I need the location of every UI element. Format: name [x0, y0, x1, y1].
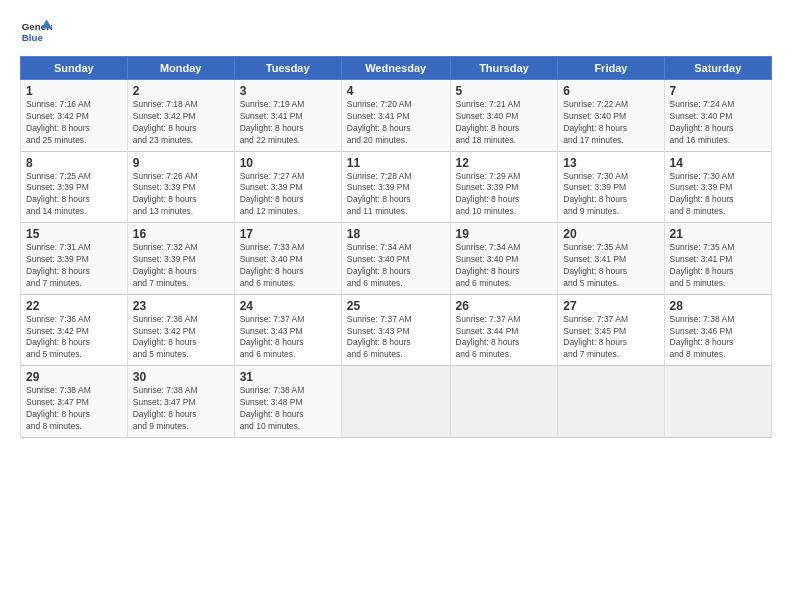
calendar-cell: 3 Sunrise: 7:19 AMSunset: 3:41 PMDayligh…: [234, 80, 341, 152]
day-number: 18: [347, 227, 445, 241]
calendar-cell: 1 Sunrise: 7:16 AMSunset: 3:42 PMDayligh…: [21, 80, 128, 152]
calendar-cell: 5 Sunrise: 7:21 AMSunset: 3:40 PMDayligh…: [450, 80, 558, 152]
calendar-cell: [664, 366, 771, 438]
calendar-cell: 16 Sunrise: 7:32 AMSunset: 3:39 PMDaylig…: [127, 223, 234, 295]
weekday-header-monday: Monday: [127, 57, 234, 80]
day-info: Sunrise: 7:32 AMSunset: 3:39 PMDaylight:…: [133, 242, 229, 290]
day-info: Sunrise: 7:27 AMSunset: 3:39 PMDaylight:…: [240, 171, 336, 219]
day-info: Sunrise: 7:30 AMSunset: 3:39 PMDaylight:…: [670, 171, 766, 219]
day-number: 16: [133, 227, 229, 241]
day-number: 30: [133, 370, 229, 384]
calendar-table: SundayMondayTuesdayWednesdayThursdayFrid…: [20, 56, 772, 438]
weekday-header-thursday: Thursday: [450, 57, 558, 80]
calendar-cell: 10 Sunrise: 7:27 AMSunset: 3:39 PMDaylig…: [234, 151, 341, 223]
logo-icon: General Blue: [20, 16, 52, 48]
calendar-cell: 31 Sunrise: 7:38 AMSunset: 3:48 PMDaylig…: [234, 366, 341, 438]
day-info: Sunrise: 7:18 AMSunset: 3:42 PMDaylight:…: [133, 99, 229, 147]
day-info: Sunrise: 7:25 AMSunset: 3:39 PMDaylight:…: [26, 171, 122, 219]
calendar-cell: [341, 366, 450, 438]
day-number: 25: [347, 299, 445, 313]
calendar-week-row: 1 Sunrise: 7:16 AMSunset: 3:42 PMDayligh…: [21, 80, 772, 152]
weekday-header-wednesday: Wednesday: [341, 57, 450, 80]
calendar-cell: 27 Sunrise: 7:37 AMSunset: 3:45 PMDaylig…: [558, 294, 664, 366]
day-info: Sunrise: 7:38 AMSunset: 3:47 PMDaylight:…: [133, 385, 229, 433]
logo: General Blue: [20, 16, 52, 48]
calendar-cell: 2 Sunrise: 7:18 AMSunset: 3:42 PMDayligh…: [127, 80, 234, 152]
day-info: Sunrise: 7:31 AMSunset: 3:39 PMDaylight:…: [26, 242, 122, 290]
day-info: Sunrise: 7:35 AMSunset: 3:41 PMDaylight:…: [670, 242, 766, 290]
day-number: 21: [670, 227, 766, 241]
day-info: Sunrise: 7:19 AMSunset: 3:41 PMDaylight:…: [240, 99, 336, 147]
day-info: Sunrise: 7:21 AMSunset: 3:40 PMDaylight:…: [456, 99, 553, 147]
calendar-week-row: 15 Sunrise: 7:31 AMSunset: 3:39 PMDaylig…: [21, 223, 772, 295]
day-number: 31: [240, 370, 336, 384]
day-number: 5: [456, 84, 553, 98]
calendar-cell: 11 Sunrise: 7:28 AMSunset: 3:39 PMDaylig…: [341, 151, 450, 223]
calendar-cell: 25 Sunrise: 7:37 AMSunset: 3:43 PMDaylig…: [341, 294, 450, 366]
day-number: 1: [26, 84, 122, 98]
day-info: Sunrise: 7:33 AMSunset: 3:40 PMDaylight:…: [240, 242, 336, 290]
calendar-week-row: 8 Sunrise: 7:25 AMSunset: 3:39 PMDayligh…: [21, 151, 772, 223]
calendar-cell: [450, 366, 558, 438]
day-info: Sunrise: 7:26 AMSunset: 3:39 PMDaylight:…: [133, 171, 229, 219]
day-number: 3: [240, 84, 336, 98]
day-info: Sunrise: 7:16 AMSunset: 3:42 PMDaylight:…: [26, 99, 122, 147]
calendar-cell: 13 Sunrise: 7:30 AMSunset: 3:39 PMDaylig…: [558, 151, 664, 223]
calendar-cell: 19 Sunrise: 7:34 AMSunset: 3:40 PMDaylig…: [450, 223, 558, 295]
day-number: 7: [670, 84, 766, 98]
calendar-cell: 26 Sunrise: 7:37 AMSunset: 3:44 PMDaylig…: [450, 294, 558, 366]
calendar-cell: [558, 366, 664, 438]
day-number: 13: [563, 156, 658, 170]
calendar-cell: 21 Sunrise: 7:35 AMSunset: 3:41 PMDaylig…: [664, 223, 771, 295]
day-info: Sunrise: 7:36 AMSunset: 3:42 PMDaylight:…: [26, 314, 122, 362]
day-info: Sunrise: 7:37 AMSunset: 3:43 PMDaylight:…: [347, 314, 445, 362]
day-number: 27: [563, 299, 658, 313]
calendar-cell: 8 Sunrise: 7:25 AMSunset: 3:39 PMDayligh…: [21, 151, 128, 223]
day-number: 17: [240, 227, 336, 241]
day-info: Sunrise: 7:34 AMSunset: 3:40 PMDaylight:…: [347, 242, 445, 290]
day-info: Sunrise: 7:37 AMSunset: 3:44 PMDaylight:…: [456, 314, 553, 362]
svg-text:Blue: Blue: [22, 32, 44, 43]
day-number: 15: [26, 227, 122, 241]
day-number: 24: [240, 299, 336, 313]
day-number: 12: [456, 156, 553, 170]
calendar-cell: 15 Sunrise: 7:31 AMSunset: 3:39 PMDaylig…: [21, 223, 128, 295]
header: General Blue: [20, 16, 772, 48]
calendar-cell: 4 Sunrise: 7:20 AMSunset: 3:41 PMDayligh…: [341, 80, 450, 152]
day-number: 8: [26, 156, 122, 170]
weekday-header-friday: Friday: [558, 57, 664, 80]
day-number: 19: [456, 227, 553, 241]
day-info: Sunrise: 7:28 AMSunset: 3:39 PMDaylight:…: [347, 171, 445, 219]
calendar-week-row: 22 Sunrise: 7:36 AMSunset: 3:42 PMDaylig…: [21, 294, 772, 366]
day-number: 2: [133, 84, 229, 98]
day-number: 20: [563, 227, 658, 241]
day-info: Sunrise: 7:36 AMSunset: 3:42 PMDaylight:…: [133, 314, 229, 362]
page: General Blue SundayMondayTuesdayWednesda…: [0, 0, 792, 448]
calendar-cell: 18 Sunrise: 7:34 AMSunset: 3:40 PMDaylig…: [341, 223, 450, 295]
day-number: 26: [456, 299, 553, 313]
day-number: 23: [133, 299, 229, 313]
calendar-cell: 7 Sunrise: 7:24 AMSunset: 3:40 PMDayligh…: [664, 80, 771, 152]
day-info: Sunrise: 7:38 AMSunset: 3:46 PMDaylight:…: [670, 314, 766, 362]
calendar-cell: 23 Sunrise: 7:36 AMSunset: 3:42 PMDaylig…: [127, 294, 234, 366]
day-info: Sunrise: 7:29 AMSunset: 3:39 PMDaylight:…: [456, 171, 553, 219]
calendar-cell: 29 Sunrise: 7:38 AMSunset: 3:47 PMDaylig…: [21, 366, 128, 438]
day-number: 29: [26, 370, 122, 384]
calendar-cell: 14 Sunrise: 7:30 AMSunset: 3:39 PMDaylig…: [664, 151, 771, 223]
day-number: 14: [670, 156, 766, 170]
calendar-cell: 17 Sunrise: 7:33 AMSunset: 3:40 PMDaylig…: [234, 223, 341, 295]
day-number: 4: [347, 84, 445, 98]
day-info: Sunrise: 7:20 AMSunset: 3:41 PMDaylight:…: [347, 99, 445, 147]
day-info: Sunrise: 7:37 AMSunset: 3:43 PMDaylight:…: [240, 314, 336, 362]
weekday-header-tuesday: Tuesday: [234, 57, 341, 80]
calendar-cell: 30 Sunrise: 7:38 AMSunset: 3:47 PMDaylig…: [127, 366, 234, 438]
day-info: Sunrise: 7:22 AMSunset: 3:40 PMDaylight:…: [563, 99, 658, 147]
calendar-week-row: 29 Sunrise: 7:38 AMSunset: 3:47 PMDaylig…: [21, 366, 772, 438]
calendar-cell: 28 Sunrise: 7:38 AMSunset: 3:46 PMDaylig…: [664, 294, 771, 366]
weekday-header-sunday: Sunday: [21, 57, 128, 80]
day-number: 6: [563, 84, 658, 98]
day-info: Sunrise: 7:34 AMSunset: 3:40 PMDaylight:…: [456, 242, 553, 290]
calendar-cell: 6 Sunrise: 7:22 AMSunset: 3:40 PMDayligh…: [558, 80, 664, 152]
weekday-header-saturday: Saturday: [664, 57, 771, 80]
calendar-cell: 20 Sunrise: 7:35 AMSunset: 3:41 PMDaylig…: [558, 223, 664, 295]
